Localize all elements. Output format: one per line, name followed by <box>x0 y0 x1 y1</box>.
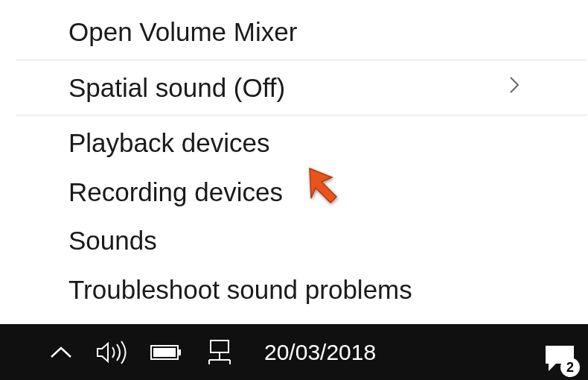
menu-item-open-volume-mixer[interactable]: Open Volume Mixer <box>16 7 587 57</box>
svg-rect-2 <box>153 348 176 357</box>
svg-rect-1 <box>178 349 181 355</box>
arrow-pointer-icon <box>304 162 348 207</box>
battery-icon[interactable] <box>150 343 182 362</box>
system-tray <box>0 339 234 366</box>
chevron-right-icon <box>509 76 520 99</box>
svg-rect-3 <box>211 341 229 352</box>
tray-overflow-icon[interactable] <box>48 345 74 360</box>
notification-badge: 2 <box>560 358 580 377</box>
context-menu: Open Volume Mixer Spatial sound (Off) Pl… <box>16 0 587 321</box>
volume-icon[interactable] <box>96 340 127 365</box>
taskbar-date[interactable]: 20/03/2018 <box>264 340 376 365</box>
menu-item-label: Recording devices <box>68 175 283 209</box>
menu-item-recording-devices[interactable]: Recording devices <box>16 168 587 217</box>
menu-item-label: Troubleshoot sound problems <box>68 273 412 307</box>
menu-separator <box>16 115 587 115</box>
menu-item-label: Open Volume Mixer <box>68 15 297 49</box>
taskbar: 20/03/2018 2 <box>0 324 588 380</box>
menu-item-sounds[interactable]: Sounds <box>16 216 587 265</box>
menu-item-playback-devices[interactable]: Playback devices <box>16 118 587 168</box>
menu-item-label: Spatial sound (Off) <box>68 71 285 105</box>
menu-item-troubleshoot[interactable]: Troubleshoot sound problems <box>16 265 587 314</box>
menu-item-spatial-sound[interactable]: Spatial sound (Off) <box>16 63 587 113</box>
action-center-icon[interactable]: 2 <box>543 343 577 374</box>
menu-item-label: Sounds <box>68 224 157 258</box>
menu-separator <box>16 60 587 60</box>
menu-item-label: Playback devices <box>68 126 269 160</box>
network-icon[interactable] <box>205 339 234 366</box>
